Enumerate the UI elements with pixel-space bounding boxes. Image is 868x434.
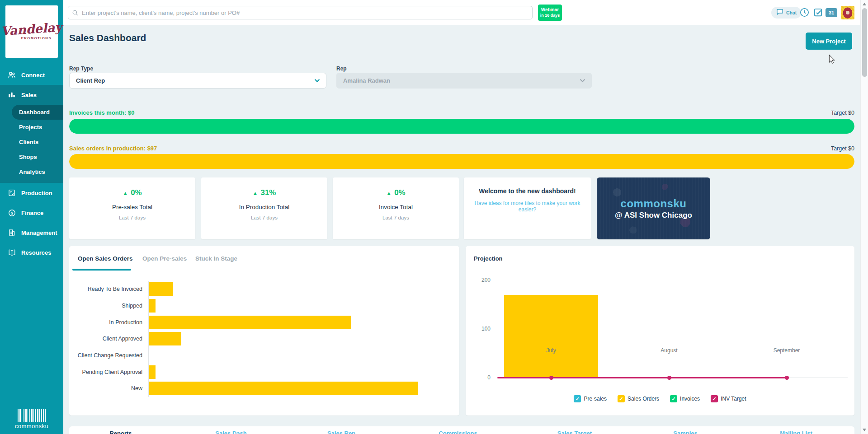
- sidebar-item-sales[interactable]: Sales: [0, 85, 63, 105]
- stat-change: ▲0%: [69, 188, 195, 197]
- search-input[interactable]: [68, 6, 533, 19]
- projection-panel: Projection 200 100 0 July August Septemb…: [466, 246, 854, 415]
- sidebar-subitem-label: Clients: [19, 139, 38, 145]
- sidebar-item-production[interactable]: Production: [0, 183, 63, 203]
- tab-open-sales-orders[interactable]: Open Sales Orders: [78, 255, 133, 262]
- company-logo-title: Vandelay: [1, 21, 63, 37]
- legend-item-invoices[interactable]: ✓ Invoices: [670, 395, 700, 402]
- promo-banner[interactable]: commonsku @ ASI Show Chicago: [597, 177, 710, 239]
- tasks-checkbox-icon[interactable]: [813, 7, 823, 19]
- projection-title: Projection: [474, 255, 503, 262]
- sidebar-item-projects[interactable]: Projects: [0, 120, 63, 135]
- chart-row: Shipped: [69, 298, 447, 314]
- invoices-target-label: Target $0: [831, 110, 854, 116]
- sidebar-item-connect[interactable]: Connect: [0, 65, 63, 85]
- sidebar: Vandelay PROMOTIONS Connect Sales Dashbo…: [0, 0, 63, 434]
- presales-total-card: ▲0% Pre-sales Total Last 7 days: [69, 177, 195, 239]
- new-project-button[interactable]: New Project: [806, 33, 852, 50]
- building-icon: [7, 229, 17, 237]
- footer-link-sales-target[interactable]: Sales Target: [557, 430, 592, 434]
- chart-row: Pending Client Approval: [69, 364, 447, 380]
- sidebar-item-label: Connect: [21, 72, 45, 79]
- scrollbar-thumb[interactable]: [862, 8, 867, 77]
- notification-count-badge[interactable]: 31: [826, 8, 837, 17]
- chart-row-label: Pending Client Approval: [69, 369, 148, 375]
- open-sales-orders-panel: Open Sales Orders Open Pre-sales Stuck I…: [69, 246, 459, 415]
- promo-banner-brand: commonsku: [621, 197, 687, 210]
- clipboard-check-icon: [7, 189, 17, 197]
- chevron-down-icon: [580, 79, 585, 83]
- sidebar-nav: Connect Sales Dashboard Projects Clients…: [0, 65, 63, 262]
- x-axis-label: September: [774, 347, 800, 354]
- sidebar-item-analytics[interactable]: Analytics: [0, 164, 63, 179]
- triangle-up-icon: ▲: [123, 190, 128, 196]
- y-axis-tick: 200: [468, 277, 491, 283]
- book-icon: [7, 248, 17, 257]
- invoice-total-card: ▲0% Invoice Total Last 7 days: [333, 177, 459, 239]
- sidebar-item-label: Production: [21, 190, 52, 196]
- chart-row-track: [148, 364, 447, 380]
- footer-link-commissions[interactable]: Commissions: [439, 430, 477, 434]
- chevron-down-icon: [314, 79, 320, 83]
- inv-target-point: [667, 376, 671, 380]
- footer-link-sales-rep[interactable]: Sales Rep: [327, 430, 355, 434]
- chart-bar: [149, 365, 156, 379]
- stat-change-value: 31%: [260, 188, 276, 197]
- reports-footer: Reports Sales Dash Sales Rep Commissions…: [69, 426, 854, 434]
- footer-link-mailing-list[interactable]: Mailing List: [780, 430, 812, 434]
- webinar-subtitle: in 16 days: [540, 13, 560, 18]
- tab-stuck-in-stage[interactable]: Stuck In Stage: [195, 255, 237, 262]
- sidebar-item-label: Management: [21, 229, 57, 236]
- footer-link-reports[interactable]: Reports: [109, 430, 132, 434]
- sidebar-item-management[interactable]: Management: [0, 223, 63, 243]
- y-axis-tick: 100: [468, 326, 491, 332]
- chart-row-label: Shipped: [69, 303, 148, 309]
- invoices-progress-fill: [69, 119, 854, 134]
- sidebar-item-dashboard[interactable]: Dashboard: [12, 105, 63, 120]
- sidebar-item-resources[interactable]: Resources: [0, 243, 63, 262]
- stat-change: ▲31%: [201, 188, 327, 197]
- clock-icon[interactable]: [799, 7, 810, 19]
- footer-link-sales-dash[interactable]: Sales Dash: [215, 430, 246, 434]
- sidebar-subitem-label: Projects: [19, 124, 42, 131]
- stat-change-value: 0%: [131, 188, 142, 197]
- people-icon: [7, 70, 17, 79]
- chart-bar: [149, 299, 156, 313]
- stat-title: Pre-sales Total: [69, 204, 195, 210]
- chart-row-label: In Production: [69, 319, 148, 326]
- chat-button[interactable]: Chat: [771, 7, 801, 19]
- invoices-progress-label: Invoices this month: $0: [69, 109, 134, 116]
- tab-open-pre-sales[interactable]: Open Pre-sales: [142, 255, 187, 262]
- chart-row-track: [148, 347, 447, 364]
- chart-row: Ready To Be Invoiced: [69, 281, 447, 298]
- footer-link-samples[interactable]: Samples: [673, 430, 697, 434]
- scroll-up-arrow[interactable]: [863, 3, 866, 5]
- sidebar-item-shops[interactable]: Shops: [0, 149, 63, 164]
- chart-bar: [149, 316, 351, 329]
- user-avatar[interactable]: [841, 6, 854, 19]
- chart-bar: [149, 382, 418, 395]
- rep-type-select[interactable]: Client Rep: [69, 73, 326, 89]
- legend-label: Invoices: [680, 396, 700, 402]
- scroll-down-arrow[interactable]: [863, 429, 866, 431]
- promo-banner-event: @ ASI Show Chicago: [615, 211, 692, 220]
- legend-label: Pre-sales: [584, 396, 607, 402]
- legend-label: Sales Orders: [627, 396, 659, 402]
- legend-item-sales-orders[interactable]: ✓ Sales Orders: [618, 395, 659, 402]
- sales-orders-july-bar: [504, 295, 598, 378]
- checkbox-checked-icon: ✓: [618, 395, 625, 402]
- legend-item-pre-sales[interactable]: ✓ Pre-sales: [574, 395, 607, 402]
- sidebar-item-finance[interactable]: $ Finance: [0, 203, 63, 223]
- welcome-feedback-link[interactable]: Have ideas for more tiles to make your w…: [464, 200, 591, 213]
- rep-value: Amalina Radwan: [343, 77, 390, 84]
- company-logo-subtitle: PROMOTIONS: [21, 36, 52, 40]
- webinar-badge[interactable]: Webinar in 16 days: [538, 5, 562, 21]
- legend-item-inv-target[interactable]: ✓ INV Target: [711, 395, 746, 402]
- rep-type-value: Client Rep: [76, 77, 105, 84]
- rep-select[interactable]: Amalina Radwan: [336, 73, 592, 89]
- sidebar-item-clients[interactable]: Clients: [0, 135, 63, 149]
- chart-row-label: Client Change Requested: [69, 352, 148, 359]
- sales-orders-target-label: Target $0: [831, 145, 854, 152]
- active-tab-underline: [72, 269, 131, 271]
- page-scrollbar[interactable]: [860, 0, 868, 434]
